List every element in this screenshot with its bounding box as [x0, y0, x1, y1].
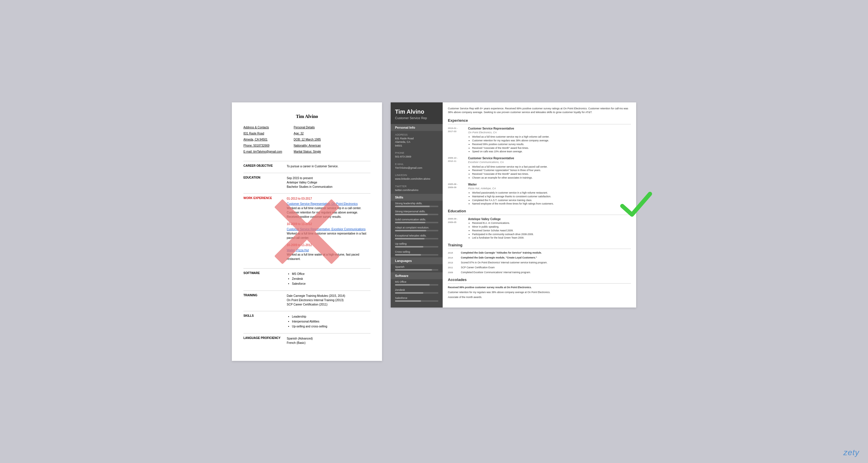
soft-zendesk: Zendesk	[391, 287, 443, 295]
good-experience-title: Experience	[448, 118, 631, 124]
bad-edu-degree: Bachelor Studies in Communication	[287, 185, 332, 188]
good-exp-dates-2: 2009-10 -2012-11	[448, 156, 465, 180]
bullet: Received Senior Scholar Award 2009.	[472, 229, 534, 232]
good-edu-school-1: Antelope Valley College	[468, 217, 534, 221]
bad-city: Almeda, CA 94501	[243, 137, 282, 142]
good-training-year-2: 2014	[448, 256, 458, 260]
good-exp-jobtitle-2: Customer Service Representative	[468, 156, 548, 160]
good-address-city: Alameda, CA	[395, 140, 410, 143]
skill-upselling: Up-selling	[391, 241, 443, 249]
bullet: Maintained a high tip average thanks to …	[472, 195, 554, 198]
bullet: Participated in the community outreach d…	[472, 232, 534, 236]
bad-job-link-2: Customer Service Representative, Excelsi…	[287, 228, 366, 231]
good-exp-company-2: Excelsior Communications, CA	[468, 160, 548, 164]
bullet: Customer retention for my regulars was 3…	[472, 139, 550, 142]
good-exp-company-1: On Point Electronics, CA	[468, 131, 550, 134]
bad-training-3: SCP Career Certification (2011)	[287, 302, 370, 307]
bad-job-title-3: Waiter, Pizza Hut	[287, 248, 370, 253]
bad-career-text: To pursue a career in Customer Service.	[287, 164, 370, 168]
good-linkedin-value: www.linkedin.com/in/tim-alvino	[395, 177, 438, 181]
bad-software-2: Zendesk	[292, 276, 370, 281]
skill-bar-fill-6	[395, 246, 423, 247]
good-twitter-value: twitter.com/timalvino	[395, 188, 438, 192]
bad-training-label: TRAINING	[243, 294, 281, 307]
good-exp-2: 2009-10 -2012-11 Customer Service Repres…	[448, 156, 631, 180]
skill-bar-fill-7	[395, 254, 421, 256]
good-training-desc-2: Completed the Dale Carnegie module, "Cre…	[461, 256, 537, 260]
good-exp-bullets-3: Worked passionately in customer service …	[468, 191, 554, 206]
soft-label-1: MS Office	[395, 280, 438, 283]
good-resume: Tim Alvino Customer Service Rep Personal…	[391, 102, 636, 307]
bad-skills-section: SKILLS Leadership Interpersonal Abilitie…	[243, 314, 370, 329]
good-edu-1: 2005-09 -2009-05 Antelope Valley College…	[448, 217, 631, 240]
good-twitter-item: Twitter twitter.com/timalvino	[391, 183, 443, 194]
good-personal-header: Personal Info	[391, 124, 443, 131]
bullet: Worked as a full time customer service r…	[472, 165, 548, 169]
bad-resume-name: Tim Alvino	[243, 114, 370, 119]
skill-communication: Solid communication skills.	[391, 217, 443, 225]
skill-bar-bg-3	[395, 222, 438, 223]
good-training-2: 2014 Completed the Dale Carnegie module,…	[448, 256, 631, 260]
skill-bar-fill-2	[395, 214, 428, 215]
bad-training-section: TRAINING Dale Carnegie Training Modules …	[243, 294, 370, 307]
good-email-label: E-mail	[395, 163, 438, 166]
good-training-desc-3: Scored 97% in On Point Electronics' inte…	[461, 261, 548, 265]
good-training-year-4: 2011	[448, 266, 458, 269]
good-exp-content-1: Customer Service Representative On Point…	[468, 127, 550, 154]
good-accolade-1: Received 99% positive customer survey re…	[448, 286, 631, 289]
skill-interpersonal: Strong interpersonal skills.	[391, 209, 443, 217]
bad-personal-right: Personal Details Age: 32 DOB: 12 March 1…	[294, 125, 321, 155]
bad-edu-label: EDUCATION	[243, 176, 281, 189]
bad-marital: Marital Status: Single	[294, 149, 321, 154]
skill-crossselling: Cross-selling	[391, 249, 443, 257]
good-training-year-3: 2013	[448, 261, 458, 265]
lang-bar-bg-1	[395, 269, 438, 271]
soft-bar-fill-1	[395, 284, 430, 286]
bad-language-content: Spanish (Advanced) French (Basic)	[287, 336, 370, 345]
bullet: Received "Associate of the Month" award …	[472, 146, 550, 150]
zety-watermark: zety	[843, 448, 859, 457]
soft-bar-bg-1	[395, 284, 438, 286]
good-sidebar: Tim Alvino Customer Service Rep Personal…	[391, 102, 443, 307]
bad-work-section: WORK EXPERIENCE 01-2013 to 03-2017 Custo…	[243, 196, 370, 264]
bad-training-1: Dale Carnegie Training Modules (2015, 20…	[287, 294, 370, 298]
good-software-header: Software	[391, 272, 443, 279]
good-name-area: Tim Alvino Customer Service Rep	[391, 102, 443, 124]
bad-software-content: MS Office Zendesk Salesforce	[287, 271, 370, 286]
good-linkedin-label: LinkedIn	[395, 174, 438, 176]
bullet: Received 99% positive customer survey re…	[472, 142, 550, 146]
good-address-value: 831 Rasle Road Alameda, CA 94501	[395, 137, 438, 148]
good-address-street: 831 Rasle Road	[395, 137, 414, 140]
good-training-1: 2015 Completed the Dale Carnegie "Attitu…	[448, 251, 631, 255]
bad-job-title-2: Customer Service Representative, Excelsi…	[287, 227, 370, 231]
bad-software-1: MS Office	[292, 271, 370, 276]
good-resume-wrapper: Tim Alvino Customer Service Rep Personal…	[391, 102, 636, 307]
bad-skill-2: Interpersonal Abilities	[292, 319, 370, 324]
good-exp-company-3: Pizza Hut, Antelope, CA	[468, 187, 554, 190]
skill-label-4: Adept at complaint resolution.	[395, 226, 438, 229]
soft-label-3: Salesforce	[395, 297, 438, 299]
bad-language-label: LANGUAGE PROFICIENCY	[243, 336, 281, 345]
skill-bar-fill-5	[395, 238, 425, 239]
bad-address: 831 Rasle Road	[243, 131, 282, 136]
good-languages-header: Languages	[391, 257, 443, 264]
bad-career-section: CAREER OBJECTIVE To pursue a career in C…	[243, 164, 370, 168]
good-training-4: 2011 SCP Career Certification Exam	[448, 266, 631, 269]
bullet: Worked passionately in customer service …	[472, 191, 554, 195]
bad-language-section: LANGUAGE PROFICIENCY Spanish (Advanced) …	[243, 336, 370, 345]
good-twitter-label: Twitter	[395, 185, 438, 188]
bad-career-label: CAREER OBJECTIVE	[243, 164, 281, 168]
bad-work-content: 01-2013 to 03-2017 Customer Service Repr…	[287, 196, 370, 264]
skill-complaint: Adept at complaint resolution.	[391, 225, 443, 233]
good-exp-dates-1: 2013-01 -2017-03	[448, 127, 465, 154]
skill-bar-bg-2	[395, 214, 438, 215]
bad-resume: Tim Alvino Address & Contacts 831 Rasle …	[232, 102, 382, 361]
skill-label-7: Cross-selling	[395, 251, 438, 253]
soft-msoffice: MS Office	[391, 279, 443, 287]
bad-job-dates-2: 10-2009 to 11-2012	[287, 222, 370, 226]
bad-job-dates-1: 01-2013 to 03-2017	[287, 196, 370, 201]
good-training-desc-5: Completed Excelsior Communications' inte…	[461, 271, 531, 274]
bad-lang-2: French (Basic)	[287, 341, 370, 345]
skill-label-1: Strong leadership skills.	[395, 202, 438, 205]
good-training-title: Training	[448, 242, 631, 249]
